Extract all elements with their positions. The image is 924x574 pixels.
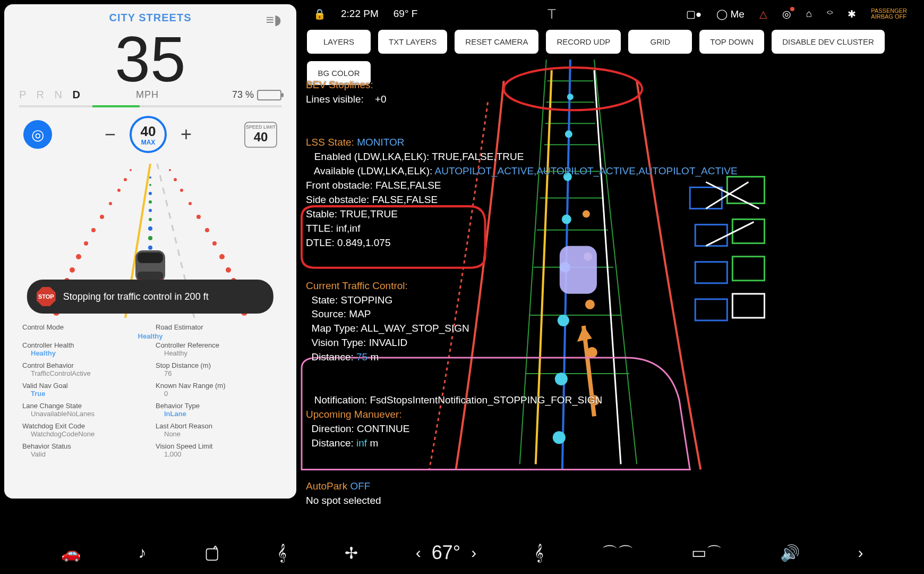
dev-visualization-panel: 🔒 2:22 PM 69° F T ▢● ◯ Me △ ◎ ⌂ ⌔ ✱ PASS…	[296, 0, 924, 531]
svg-point-10	[117, 189, 121, 192]
svg-point-23	[180, 189, 183, 192]
svg-point-24	[174, 178, 177, 181]
sentry-icon[interactable]: ◎	[782, 8, 791, 20]
music-icon[interactable]: ♪	[139, 544, 147, 562]
outside-temp: 69° F	[393, 8, 418, 20]
svg-point-11	[124, 178, 127, 181]
svg-point-7	[91, 228, 96, 232]
svg-point-9	[109, 202, 112, 205]
svg-point-31	[148, 246, 152, 250]
svg-point-18	[219, 254, 225, 259]
svg-point-35	[149, 209, 152, 212]
app-launcher-icon[interactable]: ▢̂	[204, 544, 219, 562]
svg-point-20	[205, 228, 209, 232]
svg-point-34	[149, 218, 152, 221]
airbag-indicator: PASSENGERAIRBAG OFF	[871, 8, 907, 20]
bluetooth-icon[interactable]: ✱	[848, 8, 856, 20]
svg-point-17	[226, 267, 231, 273]
autopilot-toast: STOP Stopping for traffic control in 200…	[27, 280, 273, 314]
car-icon[interactable]: 🚗	[61, 544, 81, 562]
driver-cluster: CITY STREETS ≡◗ 35 P R N D MPH 73 % ◎ − …	[4, 4, 296, 499]
driving-visualization[interactable]: STOP Stopping for traffic control in 200…	[19, 158, 281, 318]
lock-icon[interactable]: 🔒	[313, 8, 326, 20]
svg-point-22	[189, 202, 192, 205]
svg-point-19	[212, 241, 217, 246]
svg-point-8	[100, 215, 104, 219]
diagnostics-grid: Control Mode Road Estimator Healthy Cont…	[19, 323, 281, 461]
dashcam-icon[interactable]: ▢●	[686, 8, 701, 20]
speed-unit: MPH	[63, 89, 232, 100]
max-speed-setting[interactable]: 40 MAX	[130, 116, 167, 153]
svg-point-6	[84, 241, 88, 246]
svg-rect-42	[138, 272, 163, 280]
homelink-icon[interactable]: ⌂	[806, 8, 812, 20]
svg-point-5	[76, 254, 81, 259]
svg-point-37	[149, 192, 152, 195]
debug-overlay: BEV Stoplines: Lines visible: +0 LSS Sta…	[306, 64, 914, 574]
clock: 2:22 PM	[341, 8, 379, 20]
battery-icon	[257, 90, 281, 100]
speed-value: 35	[19, 27, 281, 91]
speed-plus-button[interactable]: +	[181, 123, 192, 146]
mode-title: CITY STREETS	[109, 12, 192, 24]
svg-point-12	[130, 169, 132, 171]
svg-rect-41	[138, 252, 163, 263]
alert-triangle-icon[interactable]: △	[759, 8, 767, 20]
stop-sign-icon: STOP	[37, 287, 56, 306]
battery-indicator: 73 %	[232, 89, 281, 100]
autopilot-wheel-icon[interactable]: ◎	[23, 120, 52, 149]
svg-point-39	[149, 176, 151, 179]
svg-point-32	[148, 236, 152, 240]
svg-point-36	[149, 200, 152, 204]
svg-point-4	[70, 267, 75, 273]
profile-button[interactable]: ◯ Me	[716, 8, 745, 20]
regen-bar	[19, 105, 281, 107]
speed-limit-sign: SPEED LIMIT 40	[244, 122, 277, 148]
wifi-icon[interactable]: ⌔	[827, 8, 833, 20]
svg-point-25	[169, 169, 171, 171]
headlights-icon[interactable]: ≡◗	[266, 12, 281, 28]
toast-message: Stopping for traffic control in 200 ft	[63, 291, 209, 302]
tesla-logo-icon: T	[547, 6, 556, 22]
left-seat-heat-icon[interactable]: 𝄞	[277, 544, 287, 562]
svg-point-38	[149, 184, 151, 186]
svg-point-21	[196, 215, 201, 219]
svg-point-33	[148, 226, 152, 231]
status-bar: 🔒 2:22 PM 69° F T ▢● ◯ Me △ ◎ ⌂ ⌔ ✱ PASS…	[303, 0, 918, 28]
speed-minus-button[interactable]: −	[105, 123, 116, 146]
